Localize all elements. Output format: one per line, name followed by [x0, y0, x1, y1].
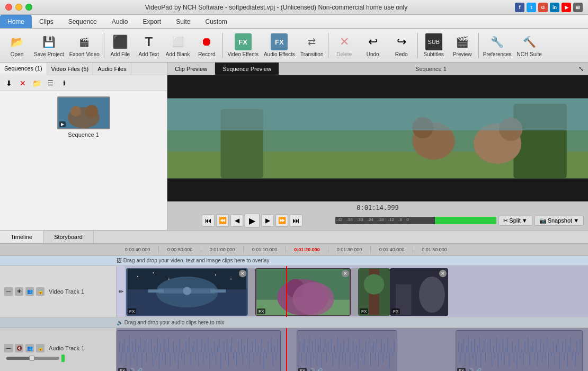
menu-custom[interactable]: Custom — [198, 15, 234, 28]
timeline-tabs: Timeline Storyboard — [0, 231, 588, 244]
tab-storyboard[interactable]: Storyboard — [43, 231, 94, 243]
tab-clip-preview[interactable]: Clip Preview — [167, 63, 215, 75]
next-frame-btn[interactable]: ⏩ — [275, 214, 288, 227]
clip-4-fx[interactable]: FX — [391, 308, 400, 314]
redo-button[interactable]: ↪ Redo — [388, 31, 415, 60]
add-blank-button[interactable]: ⬜ Add Blank — [164, 31, 192, 60]
skip-start-btn[interactable]: ⏮ — [202, 214, 215, 227]
audio-volume-fill — [6, 357, 30, 360]
audio-volume-slider[interactable] — [6, 357, 59, 360]
sequence-item-1[interactable]: ▶ Sequence 1 — [57, 96, 110, 138]
collapse-audio-btn[interactable]: — — [4, 344, 13, 352]
transition-button[interactable]: ⇄ Transition — [298, 31, 326, 60]
clip-3-fx[interactable]: FX — [360, 308, 368, 314]
svg-point-3 — [85, 105, 98, 118]
panel-close-btn[interactable]: ✕ — [17, 77, 29, 89]
minimize-button[interactable] — [15, 4, 22, 11]
audio-clip-2-link[interactable]: 🔗 — [316, 368, 323, 371]
open-button[interactable]: 📂 Open — [3, 31, 31, 60]
audio-clip-3-volume[interactable]: 🔊 — [467, 368, 474, 371]
clip-1-fx[interactable]: FX — [128, 308, 136, 314]
tab-sequences[interactable]: Sequences (1) — [0, 63, 47, 75]
volume-bar[interactable]: -42-36-30-24-18-12-60 — [335, 217, 497, 224]
audio-clip-1-volume[interactable]: 🔊 — [128, 368, 135, 371]
subtitles-button[interactable]: SUB Subtitles — [420, 31, 448, 60]
menu-export[interactable]: Export — [135, 15, 168, 28]
menu-suite[interactable]: Suite — [168, 15, 198, 28]
linkedin-icon[interactable]: in — [550, 3, 559, 12]
export-video-button[interactable]: 🎬 Export Video — [67, 31, 102, 60]
snapshot-button[interactable]: 📷 Snapshot ▼ — [534, 216, 584, 226]
play-btn[interactable]: ▶ — [245, 213, 260, 228]
audio-track-content[interactable]: FX 🔊 🔗 — [117, 328, 588, 371]
close-button[interactable] — [5, 4, 12, 11]
video-clip-4[interactable]: ✕ FX — [390, 268, 448, 316]
save-project-button[interactable]: 💾 Save Project — [32, 31, 66, 60]
tab-timeline[interactable]: Timeline — [0, 231, 43, 243]
tab-sequence-preview[interactable]: Sequence Preview — [215, 63, 279, 75]
audio-clip-1[interactable]: FX 🔊 🔗 — [117, 330, 281, 371]
video-clip-3[interactable]: FX — [358, 268, 390, 316]
panel-list-btn[interactable]: ☰ — [44, 77, 56, 89]
people-audio-btn[interactable]: 👥 — [25, 344, 34, 352]
audio-effects-button[interactable]: FX Audio Effects — [262, 31, 297, 60]
forward-btn[interactable]: ▶ — [261, 214, 274, 227]
skip-end-btn[interactable]: ⏭ — [290, 214, 302, 227]
audio-clip-1-fx[interactable]: FX — [118, 368, 127, 371]
panel-filter-btn[interactable]: ⬇ — [3, 77, 15, 89]
preview-button[interactable]: 🎬 Preview — [449, 31, 476, 60]
record-button[interactable]: ⏺ Record — [193, 31, 220, 60]
people-video-btn[interactable]: 👥 — [25, 287, 34, 296]
menu-sequence[interactable]: Sequence — [61, 15, 104, 28]
audio-clip-3-fx[interactable]: FX — [457, 368, 466, 371]
expand-icon[interactable]: ⤡ — [578, 65, 584, 73]
google-icon[interactable]: G — [538, 3, 548, 12]
menu-clips[interactable]: Clips — [32, 15, 61, 28]
clip-1-close[interactable]: ✕ — [239, 270, 246, 277]
menu-audio[interactable]: Audio — [104, 15, 136, 28]
panel-folder-btn[interactable]: 📁 — [31, 77, 42, 89]
audio-clip-2[interactable]: FX 🔊 🔗 — [297, 330, 397, 371]
youtube-icon[interactable]: ▶ — [562, 3, 571, 12]
video-track-name: Video Track 1 — [49, 288, 84, 295]
clip-2-close[interactable]: ✕ — [342, 270, 349, 277]
mute-audio-btn[interactable]: 🔇 — [15, 344, 23, 352]
lock-video-btn[interactable]: 🔒 — [36, 287, 44, 296]
clip-2-fx[interactable]: FX — [257, 308, 265, 314]
audio-clip-2-fx[interactable]: FX — [298, 368, 307, 371]
twitter-icon[interactable]: t — [527, 3, 536, 12]
video-effects-button[interactable]: FX Video Effects — [225, 31, 261, 60]
split-button[interactable]: ✂ Split ▼ — [498, 216, 532, 226]
svg-point-33 — [364, 274, 385, 295]
video-clip-1[interactable]: ✕ FX — [126, 268, 248, 316]
prev-frame-btn[interactable]: ⏪ — [216, 214, 229, 227]
video-clip-2[interactable]: ✕ FX — [255, 268, 351, 316]
audio-clip-3-link[interactable]: 🔗 — [475, 368, 482, 371]
preferences-button[interactable]: 🔧 Preferences — [481, 31, 514, 60]
audio-clip-1-link[interactable]: 🔗 — [136, 368, 142, 371]
tab-video-files[interactable]: Video Files (5) — [47, 63, 94, 75]
audio-volume-thumb[interactable] — [29, 356, 34, 361]
maximize-button[interactable] — [25, 4, 32, 11]
panel-info-btn[interactable]: ℹ — [58, 77, 70, 89]
collapse-track-btn[interactable]: — — [4, 287, 13, 296]
facebook-icon[interactable]: f — [515, 3, 524, 12]
app-title: VideoPad by NCH Software - softpediatest… — [38, 4, 515, 11]
audio-clip-3[interactable]: FX 🔊 🔗 — [456, 330, 583, 371]
add-file-button[interactable]: ⬛ Add File — [106, 31, 134, 60]
video-track-content[interactable]: ✏ ✕ — [117, 266, 588, 317]
audio-clip-2-volume[interactable]: 🔊 — [308, 368, 315, 371]
tab-audio-files[interactable]: Audio Files — [93, 63, 131, 75]
undo-button[interactable]: ↩ Undo — [359, 31, 387, 60]
add-text-button[interactable]: T Add Text — [135, 31, 163, 60]
more-icon[interactable]: ⊞ — [573, 3, 583, 12]
nch-suite-button[interactable]: 🔨 NCH Suite — [515, 31, 544, 60]
menu-home[interactable]: Home — [0, 15, 32, 28]
rewind-btn[interactable]: ◀ — [230, 214, 243, 227]
clip-4-close[interactable]: ✕ — [439, 270, 447, 277]
audio-effects-label: Audio Effects — [264, 51, 295, 57]
svg-point-30 — [292, 282, 334, 315]
mute-video-btn[interactable]: 👁 — [15, 287, 23, 296]
lock-audio-btn[interactable]: 🔒 — [36, 344, 44, 352]
delete-button[interactable]: ✕ Delete — [331, 31, 358, 60]
